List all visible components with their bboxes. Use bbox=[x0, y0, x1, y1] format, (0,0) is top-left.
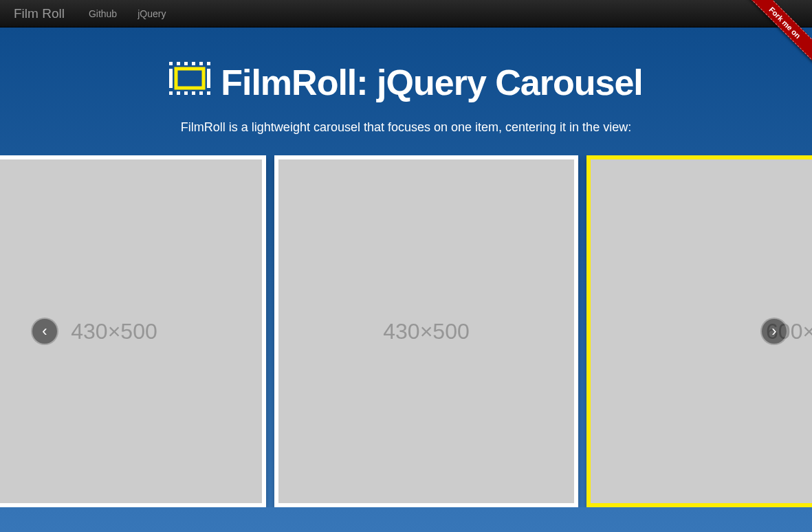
svg-rect-10 bbox=[199, 91, 203, 95]
hero: FilmRoll: jQuery Carousel FilmRoll is a … bbox=[0, 27, 812, 155]
page-title-text: FilmRoll: jQuery Carousel bbox=[221, 62, 643, 103]
svg-rect-8 bbox=[184, 91, 188, 95]
svg-rect-13 bbox=[207, 69, 210, 88]
carousel-next-button[interactable]: › bbox=[760, 318, 788, 345]
navbar-link-github[interactable]: Github bbox=[89, 8, 117, 19]
svg-rect-9 bbox=[192, 91, 195, 95]
svg-rect-11 bbox=[207, 91, 210, 95]
chevron-left-icon: ‹ bbox=[42, 322, 47, 340]
chevron-right-icon: › bbox=[771, 322, 776, 340]
svg-rect-6 bbox=[169, 91, 173, 95]
svg-rect-1 bbox=[177, 62, 180, 65]
carousel: 430×500 430×500 600×5 ‹ › bbox=[0, 155, 812, 507]
page-title: FilmRoll: jQuery Carousel bbox=[14, 62, 798, 103]
carousel-placeholder-image: 430×500 bbox=[278, 159, 574, 503]
fork-ribbon-container: Fork me on bbox=[729, 0, 812, 82]
navbar: Film Roll Github jQuery bbox=[0, 0, 812, 27]
carousel-item[interactable]: 430×500 bbox=[274, 155, 578, 507]
carousel-prev-button[interactable]: ‹ bbox=[31, 318, 58, 345]
svg-rect-7 bbox=[177, 91, 180, 95]
svg-rect-4 bbox=[199, 62, 203, 65]
svg-rect-3 bbox=[192, 62, 195, 65]
fork-ribbon[interactable]: Fork me on bbox=[740, 0, 812, 67]
filmroll-logo-icon bbox=[169, 62, 210, 103]
svg-rect-14 bbox=[176, 69, 204, 88]
svg-rect-12 bbox=[169, 69, 173, 88]
navbar-link-jquery[interactable]: jQuery bbox=[138, 8, 166, 19]
svg-rect-5 bbox=[207, 62, 210, 65]
page-subtitle: FilmRoll is a lightweight carousel that … bbox=[14, 120, 798, 135]
svg-rect-0 bbox=[169, 62, 173, 65]
svg-rect-2 bbox=[184, 62, 188, 65]
navbar-brand[interactable]: Film Roll bbox=[14, 6, 65, 21]
